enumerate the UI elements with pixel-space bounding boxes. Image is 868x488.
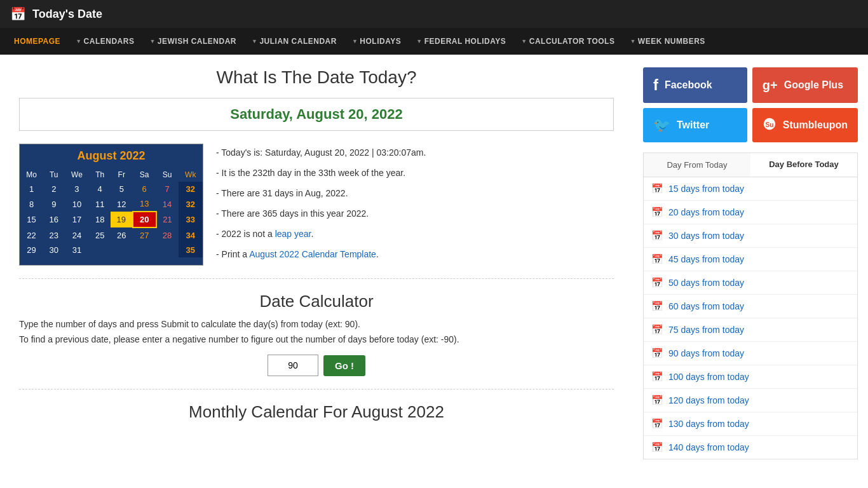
calendar-cell[interactable]: 7 — [156, 182, 179, 196]
nav-item-homepage[interactable]: HOMEPAGE — [6, 28, 68, 55]
list-item[interactable]: 📅15 days from today — [644, 177, 857, 201]
calendar-cell[interactable]: 12 — [111, 196, 133, 212]
calendar-cell[interactable]: 25 — [90, 227, 111, 243]
list-item-label: 140 days from today — [668, 442, 749, 452]
list-item-label: 20 days from today — [668, 207, 744, 217]
page-title: What Is The Date Today? — [19, 67, 614, 88]
calendar-cell[interactable]: 4 — [90, 182, 111, 196]
stumbleupon-button[interactable]: Su Stumbleupon — [752, 108, 858, 142]
list-item[interactable]: 📅20 days from today — [644, 201, 857, 224]
calendar-template-link[interactable]: August 2022 Calendar Template — [249, 249, 376, 259]
calendar-icon: 📅 — [651, 348, 663, 359]
info-line6: - Print a August 2022 Calendar Template. — [216, 245, 614, 263]
calendar-cell[interactable]: 22 — [20, 227, 43, 243]
cal-header-su: Su — [156, 168, 179, 182]
list-item[interactable]: 📅120 days from today — [644, 389, 857, 412]
list-item[interactable]: 📅130 days from today — [644, 412, 857, 436]
nav-item-calendars[interactable]: ▼ CALENDARS — [68, 28, 142, 55]
calendar-icon: 📅 — [651, 254, 663, 265]
calendar-cell[interactable]: 32 — [179, 196, 203, 212]
list-item-label: 75 days from today — [668, 325, 744, 335]
calc-input[interactable] — [268, 355, 318, 376]
days-list: 📅15 days from today📅20 days from today📅3… — [643, 177, 858, 459]
nav-item-week-numbers[interactable]: ▼ WEEK NUMBERS — [622, 28, 712, 55]
calendar-cell[interactable]: 3 — [64, 182, 89, 196]
calendar-cell[interactable]: 6 — [133, 182, 156, 196]
twitter-button[interactable]: 🐦 Twitter — [643, 108, 747, 142]
tab-day-before-today[interactable]: Day Before Today — [750, 153, 857, 177]
calendar-cell[interactable]: 5 — [111, 182, 133, 196]
cal-header-sa: Sa — [133, 168, 156, 182]
calendar-cell[interactable]: 31 — [64, 243, 89, 257]
list-item[interactable]: 📅45 days from today — [644, 248, 857, 271]
calendar-cell[interactable]: 35 — [179, 243, 203, 257]
day-tabs: Day From Today Day Before Today — [643, 152, 858, 177]
stumbleupon-label: Stumbleupon — [783, 119, 848, 131]
calendar-cell[interactable]: 17 — [64, 212, 89, 227]
calendar-cell[interactable]: 9 — [43, 196, 64, 212]
calendar-cell[interactable]: 29 — [20, 243, 43, 257]
list-item-label: 90 days from today — [668, 348, 744, 358]
calendar-cell[interactable]: 10 — [64, 196, 89, 212]
nav-item-holidays[interactable]: ▼ HOLIDAYS — [344, 28, 409, 55]
calendar-icon: 📅 — [651, 207, 663, 218]
list-item[interactable]: 📅60 days from today — [644, 295, 857, 318]
calendar-cell[interactable]: 34 — [179, 227, 203, 243]
calendar-cell[interactable]: 16 — [43, 212, 64, 227]
cal-header-fr: Fr — [111, 168, 133, 182]
facebook-button[interactable]: f Facebook — [643, 67, 747, 103]
list-item[interactable]: 📅140 days from today — [644, 436, 857, 459]
calendar-cell[interactable]: 11 — [90, 196, 111, 212]
list-item[interactable]: 📅30 days from today — [644, 224, 857, 248]
cal-header-we: We — [64, 168, 89, 182]
list-item[interactable]: 📅75 days from today — [644, 318, 857, 342]
google-plus-button[interactable]: g+ Google Plus — [752, 67, 858, 103]
calendar-cell[interactable]: 14 — [156, 196, 179, 212]
calendar-cell[interactable]: 33 — [179, 212, 203, 227]
calc-form: Go ! — [19, 355, 614, 376]
google-plus-label: Google Plus — [784, 79, 843, 91]
calendar-cell[interactable]: 8 — [20, 196, 43, 212]
calendar-cell — [90, 243, 111, 257]
calendar-cell[interactable]: 23 — [43, 227, 64, 243]
google-plus-icon: g+ — [763, 78, 778, 93]
calendar-icon: 📅 — [651, 301, 663, 312]
calendar-cell[interactable]: 28 — [156, 227, 179, 243]
calendar-cell[interactable]: 19 — [111, 212, 133, 227]
calendar-cell[interactable]: 15 — [20, 212, 43, 227]
calendar-cell[interactable]: 24 — [64, 227, 89, 243]
nav-item-federal-holidays[interactable]: ▼ FEDERAL HOLIDAYS — [409, 28, 513, 55]
calendar-cell[interactable]: 21 — [156, 212, 179, 227]
calendar-cell — [156, 243, 179, 257]
calc-submit-button[interactable]: Go ! — [323, 355, 365, 376]
tab-day-from-today[interactable]: Day From Today — [644, 153, 750, 177]
list-item[interactable]: 📅50 days from today — [644, 271, 857, 295]
calendar-table: MoTuWeThFrSaSuWk 12345673289101112131432… — [20, 168, 203, 257]
info-line4: - There are 365 days in this year 2022. — [216, 205, 614, 222]
calendar-cell[interactable]: 1 — [20, 182, 43, 196]
current-date: Saturday, August 20, 2022 — [230, 106, 402, 122]
calendar-cell[interactable]: 20 — [133, 212, 156, 227]
list-item[interactable]: 📅90 days from today — [644, 342, 857, 365]
calendar-cell[interactable]: 13 — [133, 196, 156, 212]
list-item[interactable]: 📅100 days from today — [644, 365, 857, 389]
calendar-cell[interactable]: 32 — [179, 182, 203, 196]
nav-item-jewish-calendar[interactable]: ▼ JEWISH CALENDAR — [142, 28, 244, 55]
calendar-cell[interactable]: 27 — [133, 227, 156, 243]
nav-item-calculator-tools[interactable]: ▼ CALCULATOR TOOLS — [513, 28, 622, 55]
calendar-icon: 📅 — [651, 395, 663, 406]
divider-1 — [19, 278, 614, 279]
calendar-widget: August 2022 MoTuWeThFrSaSuWk 12345673289… — [19, 144, 203, 266]
list-item-label: 50 days from today — [668, 278, 744, 288]
calendar-cell[interactable]: 2 — [43, 182, 64, 196]
cal-header-th: Th — [90, 168, 111, 182]
calculator-title: Date Calculator — [19, 292, 614, 311]
leap-year-link[interactable]: leap year — [275, 229, 311, 239]
calendar-cell[interactable]: 26 — [111, 227, 133, 243]
nav-item-julian-calendar[interactable]: ▼ JULIAN CALENDAR — [244, 28, 344, 55]
calendar-cell[interactable]: 18 — [90, 212, 111, 227]
calendar-cell[interactable]: 30 — [43, 243, 64, 257]
list-item-label: 120 days from today — [668, 395, 749, 405]
site-title: Today's Date — [32, 8, 102, 21]
calc-desc1: Type the number of days and press Submit… — [19, 319, 614, 329]
